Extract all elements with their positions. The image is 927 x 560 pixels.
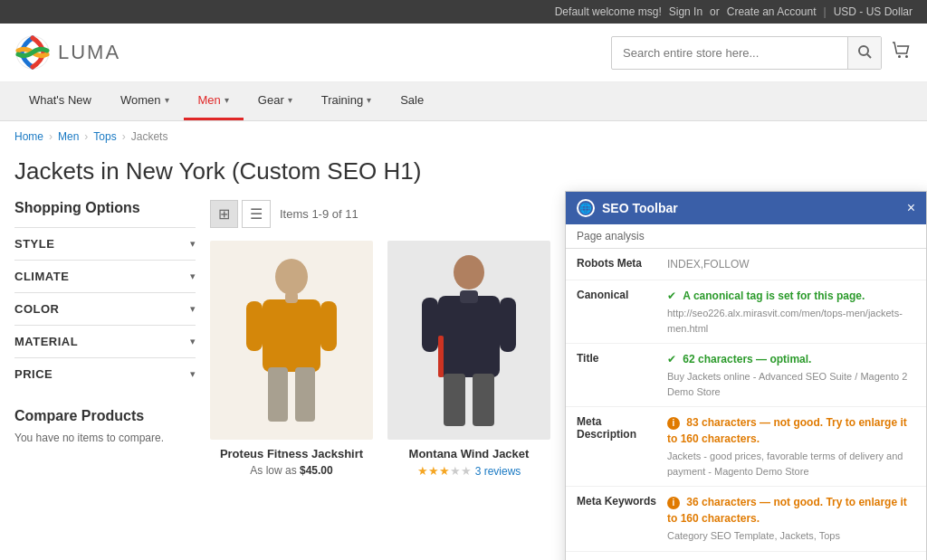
chevron-down-icon: ▾ <box>190 368 196 380</box>
check-icon: ✔ <box>667 289 676 302</box>
svg-rect-8 <box>295 367 315 422</box>
seo-row-meta-description: Meta Description i 83 characters — not g… <box>566 407 926 487</box>
breadcrumb-home[interactable]: Home <box>14 130 43 143</box>
filter-material[interactable]: MATERIAL ▾ <box>14 325 196 357</box>
product-stars-2: ★★★★★ 3 reviews <box>387 464 550 478</box>
search-icon <box>857 44 872 59</box>
view-toggle: ⊞ ☰ <box>210 200 271 228</box>
nav-whats-new[interactable]: What's New <box>14 82 106 120</box>
filter-price[interactable]: PRICE ▾ <box>14 357 196 390</box>
shopping-options-title: Shopping Options <box>14 200 196 216</box>
product-image-1 <box>210 241 373 440</box>
seo-row-robots: Robots Meta INDEX,FOLLOW <box>566 249 926 280</box>
chevron-down-icon: ▾ <box>190 336 196 347</box>
svg-rect-13 <box>438 296 500 377</box>
svg-point-4 <box>905 55 908 58</box>
seo-row-canonical: Canonical ✔ A canonical tag is set for t… <box>566 280 926 344</box>
seo-body: Robots Meta INDEX,FOLLOW Canonical ✔ A c… <box>566 249 926 560</box>
seo-row-meta-keywords: Meta Keywords i 36 characters — not good… <box>566 487 926 552</box>
grid-view-button[interactable]: ⊞ <box>210 200 238 228</box>
svg-rect-7 <box>268 367 288 422</box>
logo-icon <box>14 34 51 71</box>
svg-rect-6 <box>263 299 320 372</box>
cart-button[interactable] <box>891 41 913 65</box>
seo-toolbar: 🌐 SEO Toolbar × Page analysis Robots Met… <box>565 191 927 560</box>
svg-rect-14 <box>438 336 444 377</box>
signin-link[interactable]: Sign In <box>669 5 702 18</box>
currency-selector[interactable]: USD - US Dollar <box>834 5 913 18</box>
breadcrumb-tops[interactable]: Tops <box>93 130 116 143</box>
content-area: Shopping Options STYLE ▾ CLIMATE ▾ COLOR… <box>0 200 927 481</box>
product-card: Montana Wind Jacket ★★★★★ 3 reviews <box>387 241 550 481</box>
filter-climate[interactable]: CLIMATE ▾ <box>14 260 196 292</box>
seo-close-button[interactable]: × <box>907 200 915 216</box>
product-name-1[interactable]: Proteus Fitness Jackshirt <box>210 447 373 460</box>
chevron-down-icon: ▾ <box>288 95 292 105</box>
main-nav: What's New Women ▾ Men ▾ Gear ▾ Training… <box>0 82 927 121</box>
logo[interactable]: LUMA <box>14 34 120 71</box>
seo-toolbar-header: 🌐 SEO Toolbar × <box>566 192 926 224</box>
chevron-down-icon: ▾ <box>225 95 229 105</box>
cart-icon <box>891 41 913 62</box>
nav-women[interactable]: Women ▾ <box>106 82 184 120</box>
welcome-msg: Default welcome msg! <box>555 5 662 18</box>
nav-sale[interactable]: Sale <box>386 82 438 120</box>
svg-rect-10 <box>320 301 337 351</box>
search-bar <box>611 36 882 70</box>
product-price-1: As low as $45.00 <box>210 464 373 477</box>
sidebar: Shopping Options STYLE ▾ CLIMATE ▾ COLOR… <box>14 200 196 481</box>
filter-color[interactable]: COLOR ▾ <box>14 292 196 325</box>
product-card: Proteus Fitness Jackshirt As low as $45.… <box>210 241 373 481</box>
check-icon: ✔ <box>667 353 676 365</box>
reviews-link[interactable]: 3 reviews <box>475 465 521 478</box>
or-sep: or <box>710 5 720 18</box>
svg-point-3 <box>898 55 901 58</box>
chevron-down-icon: ▾ <box>190 238 196 250</box>
svg-rect-18 <box>500 298 516 352</box>
product-figure-1 <box>228 245 355 435</box>
chevron-down-icon: ▾ <box>165 95 169 105</box>
warning-icon: i <box>667 497 680 509</box>
seo-tabs: Page analysis <box>566 224 926 249</box>
breadcrumb-current: Jackets <box>131 130 168 143</box>
create-account-link[interactable]: Create an Account <box>727 5 817 18</box>
currency-sep: | <box>824 5 827 18</box>
filter-style[interactable]: STYLE ▾ <box>14 227 196 260</box>
nav-gear[interactable]: Gear ▾ <box>244 82 307 120</box>
svg-point-12 <box>454 255 484 289</box>
breadcrumb: Home › Men › Tops › Jackets <box>0 121 927 152</box>
star-rating: ★★★★★ <box>417 464 472 478</box>
product-name-2[interactable]: Montana Wind Jacket <box>387 447 550 460</box>
svg-rect-11 <box>285 292 298 303</box>
nav-men[interactable]: Men ▾ <box>184 82 244 120</box>
svg-rect-17 <box>422 298 438 352</box>
svg-point-1 <box>859 46 868 55</box>
compare-products-title: Compare Products <box>14 408 196 424</box>
svg-rect-16 <box>473 374 494 426</box>
items-count: Items 1-9 of 11 <box>280 207 358 221</box>
search-button[interactable] <box>847 37 881 69</box>
svg-rect-15 <box>444 374 465 426</box>
search-input[interactable] <box>612 39 847 67</box>
product-image-2 <box>387 241 550 440</box>
svg-line-2 <box>867 54 871 58</box>
chevron-down-icon: ▾ <box>367 95 371 105</box>
svg-rect-9 <box>246 301 263 351</box>
top-bar: Default welcome msg! Sign In or Create a… <box>0 0 927 24</box>
chevron-down-icon: ▾ <box>190 271 196 282</box>
product-figure-2 <box>406 245 532 435</box>
compare-products-text: You have no items to compare. <box>14 432 196 444</box>
seo-tab-page-analysis[interactable]: Page analysis <box>577 230 645 242</box>
nav-training[interactable]: Training ▾ <box>307 82 386 120</box>
seo-row-title: Title ✔ 62 characters — optimal. Buy Jac… <box>566 344 926 407</box>
breadcrumb-men[interactable]: Men <box>58 130 79 143</box>
seo-row-headings: Headings ✔ One H1 tag — optimal. H1 (1),… <box>566 552 926 561</box>
seo-globe-icon: 🌐 <box>577 199 595 217</box>
warning-icon: i <box>667 417 680 430</box>
svg-point-5 <box>275 259 308 295</box>
list-view-button[interactable]: ☰ <box>242 200 271 228</box>
logo-text: LUMA <box>58 41 120 64</box>
svg-rect-19 <box>460 290 478 303</box>
header: LUMA <box>0 24 927 82</box>
chevron-down-icon: ▾ <box>190 303 196 315</box>
